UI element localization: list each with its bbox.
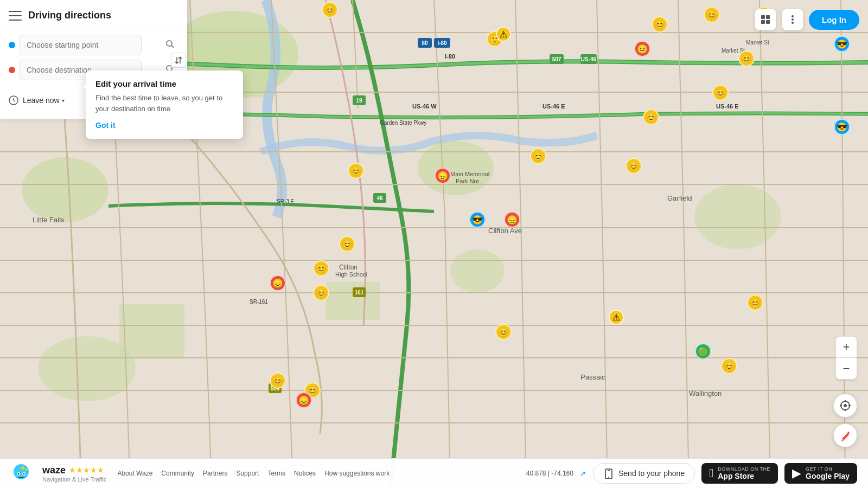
google-play-sub: Get it on (806, 466, 850, 472)
google-play-icon: ▶ (792, 466, 801, 480)
footer-links: About Waze Community Partners Support Te… (117, 470, 390, 477)
send-to-phone-button[interactable]: Send to your phone (593, 463, 695, 484)
grid-menu-button[interactable] (755, 9, 776, 30)
marker-m6[interactable]: 😎 (834, 36, 850, 52)
leave-now-button[interactable]: Leave now ▾ (23, 96, 65, 105)
sidebar-header: Driving directions (0, 0, 187, 28)
phone-icon (603, 468, 614, 479)
marker-m10[interactable]: 😎 (834, 119, 850, 135)
app-store-sub: Download on the (718, 466, 770, 472)
svg-rect-44 (761, 15, 765, 19)
hamburger-line-3 (9, 20, 22, 21)
notices-link[interactable]: Notices (294, 470, 316, 477)
star-rating: ★★★★★ (69, 466, 104, 474)
marker-m22[interactable]: 😊 (495, 324, 512, 340)
svg-text:Garfield: Garfield (667, 194, 692, 202)
svg-text:Clifton: Clifton (339, 264, 358, 271)
report-button[interactable] (833, 423, 857, 447)
svg-text:19: 19 (356, 98, 362, 104)
marker-m2[interactable]: 😊 (652, 16, 668, 33)
marker-m13[interactable]: 😊 (626, 158, 642, 174)
marker-m16[interactable]: 😎 (469, 211, 486, 228)
zoom-controls: + − (835, 336, 857, 380)
svg-rect-46 (761, 20, 765, 24)
hamburger-menu-button[interactable] (9, 11, 22, 21)
svg-point-71 (25, 468, 27, 471)
svg-point-3 (22, 157, 108, 222)
zoom-in-button[interactable]: + (835, 336, 857, 358)
marker-m30[interactable]: 😊 (704, 7, 720, 23)
svg-text:Main Memorial: Main Memorial (450, 171, 489, 177)
svg-point-8 (38, 336, 136, 401)
footer-left: waze ★★★★★ Navigation & Live Traffic Abo… (11, 463, 390, 484)
app-store-badge[interactable]:  Download on the App Store (701, 463, 778, 484)
svg-point-69 (23, 473, 25, 475)
marker-m29[interactable]: 😊 (348, 163, 364, 179)
community-link[interactable]: Community (161, 470, 194, 477)
svg-text:I-80: I-80 (437, 40, 447, 46)
marker-m9[interactable]: 😊 (643, 109, 659, 125)
footer: waze ★★★★★ Navigation & Live Traffic Abo… (0, 458, 868, 488)
more-menu-button[interactable] (782, 9, 803, 30)
swap-directions-button[interactable] (171, 53, 186, 68)
marker-m4[interactable]: ⚠ (496, 27, 511, 42)
svg-point-68 (18, 473, 20, 475)
hamburger-line-2 (9, 15, 22, 16)
marker-m23[interactable]: ⚠ (609, 310, 624, 325)
svg-point-49 (792, 18, 794, 21)
support-link[interactable]: Support (236, 470, 259, 477)
marker-m15[interactable]: 😞 (504, 211, 520, 228)
zoom-out-button[interactable]: − (835, 358, 857, 380)
got-it-button[interactable]: Got it (95, 121, 116, 130)
origin-dot-icon (9, 42, 15, 48)
google-play-badge[interactable]: ▶ Get it on Google Play (784, 463, 857, 484)
svg-text:Garden State Pkwy: Garden State Pkwy (380, 120, 426, 126)
search-origin-button[interactable] (165, 40, 174, 50)
svg-line-64 (14, 100, 15, 101)
svg-text:Clifton Ave: Clifton Ave (488, 227, 522, 235)
svg-text:US-46 W: US-46 W (412, 103, 437, 110)
svg-text:SR-3 E: SR-3 E (277, 198, 295, 204)
marker-m20[interactable]: 😊 (313, 285, 329, 301)
partners-link[interactable]: Partners (203, 470, 227, 477)
coordinates-text: 40.878 | -74.160 (526, 470, 573, 477)
starting-point-row (9, 35, 178, 55)
waze-logo-text-group: waze ★★★★★ Navigation & Live Traffic (42, 465, 106, 483)
svg-text:US-46: US-46 (581, 56, 597, 62)
how-suggestions-link[interactable]: How suggestions work (324, 470, 390, 477)
marker-m1[interactable]: 😊 (322, 2, 338, 18)
svg-point-50 (792, 22, 794, 24)
google-play-name: Google Play (806, 472, 850, 480)
svg-point-5 (418, 141, 494, 195)
svg-text:Park Nor...: Park Nor... (456, 178, 484, 184)
marker-m11[interactable]: 😊 (530, 148, 546, 164)
svg-point-48 (792, 15, 794, 17)
marker-m24[interactable]: 🟢 (695, 343, 711, 359)
marker-m7[interactable]: 😊 (738, 50, 755, 67)
marker-m18[interactable]: 😊 (313, 260, 329, 277)
about-waze-link[interactable]: About Waze (117, 470, 152, 477)
marker-m25[interactable]: 😊 (721, 358, 737, 374)
marker-m8[interactable]: 😊 (712, 85, 729, 101)
marker-m12[interactable]: 😞 (435, 168, 451, 184)
svg-point-6 (450, 249, 505, 293)
starting-point-input[interactable] (20, 35, 142, 55)
svg-text:507: 507 (552, 56, 561, 62)
svg-point-73 (608, 477, 609, 478)
svg-text:SR-161: SR-161 (250, 299, 268, 305)
marker-m28[interactable]: 😞 (296, 392, 312, 408)
app-store-text: Download on the App Store (718, 466, 770, 480)
marker-m21[interactable]: 😊 (747, 294, 763, 311)
my-location-button[interactable] (833, 394, 857, 418)
marker-m17[interactable]: 😊 (339, 236, 355, 252)
marker-m19[interactable]: 😞 (270, 275, 286, 291)
marker-m5[interactable]: 😐 (634, 41, 650, 57)
google-play-text: Get it on Google Play (806, 466, 850, 480)
login-button[interactable]: Log In (809, 10, 859, 30)
svg-text:46: 46 (376, 195, 383, 201)
terms-link[interactable]: Terms (267, 470, 285, 477)
tooltip-title: Edit your arrival time (95, 79, 233, 88)
svg-point-70 (21, 466, 24, 470)
marker-m26[interactable]: 😊 (270, 373, 286, 389)
map-link-icon[interactable]: ➚ (580, 469, 586, 478)
